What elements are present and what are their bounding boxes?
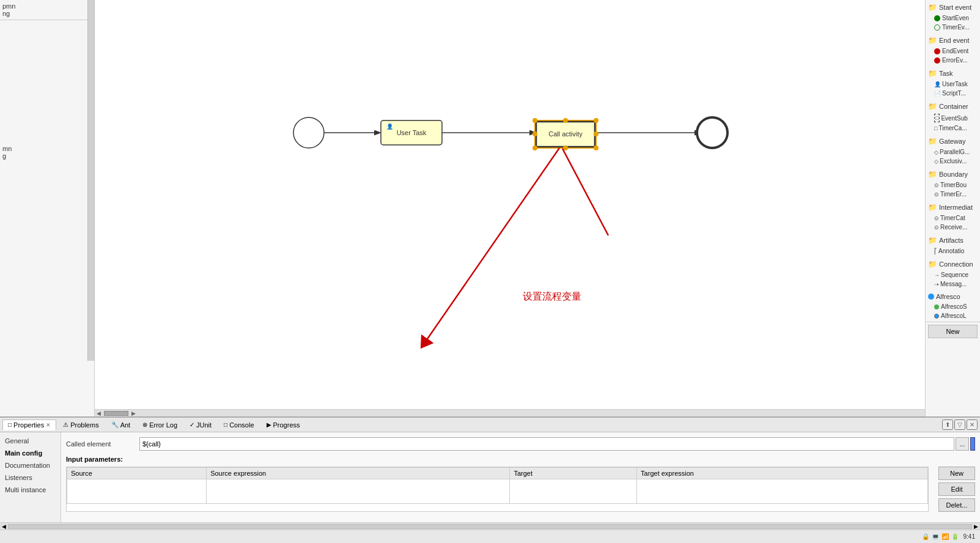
table-row-empty	[67, 479, 928, 504]
user-task-icon: 👤	[386, 123, 394, 130]
annotation-text: 设置流程变量	[523, 291, 581, 301]
palette-item-endevent[interactable]: EndEvent	[926, 46, 980, 56]
left-sidebar-sub2: g	[2, 152, 92, 160]
palette-section-header-container[interactable]: 📁 Container	[926, 100, 980, 113]
parallelg-icon: ◇	[934, 149, 938, 155]
prop-nav-general[interactable]: General	[0, 435, 61, 447]
prop-nav-multiinstance[interactable]: Multi instance	[0, 484, 61, 496]
palette-section-start-event: 📁 Start event StartEven TimerEv...	[926, 0, 980, 33]
palette-item-message[interactable]: ⇢ Messag...	[926, 279, 980, 289]
tab-junit[interactable]: ✓ JUnit	[184, 419, 217, 430]
palette-item-receivev[interactable]: ⊙ Receive...	[926, 223, 980, 232]
palette-item-sequence[interactable]: → Sequence	[926, 270, 980, 279]
palette-section-artifacts: 📁 Artifacts ⎡ Annotatio	[926, 233, 980, 257]
handle-mr	[594, 131, 599, 136]
usertask-icon: 👤	[934, 81, 941, 87]
end-event-shape[interactable]	[697, 117, 728, 148]
palette-item-timerevent[interactable]: TimerEv...	[926, 23, 980, 32]
palette-section-header-gateway[interactable]: 📁 Gateway	[926, 135, 980, 147]
start-event-shape[interactable]	[293, 117, 324, 148]
handle-ml	[532, 131, 537, 136]
progress-tab-label: Progress	[273, 421, 300, 429]
bottom-hscroll-left[interactable]: ◀	[0, 523, 8, 530]
palette-item-errorevent[interactable]: ErrorEv...	[926, 56, 980, 65]
palette-item-annotation-label: Annotatio	[938, 248, 964, 254]
hscroll-left-arrow[interactable]: ◀	[95, 410, 103, 416]
timerbou-icon: ⊙	[934, 182, 939, 188]
handle-bl	[532, 146, 537, 150]
tab-properties[interactable]: □ Properties ✕	[2, 419, 56, 430]
palette-section-header-task[interactable]: 📁 Task	[926, 67, 980, 79]
palette-item-annotation[interactable]: ⎡ Annotatio	[926, 246, 980, 256]
delete-param-button[interactable]: Delet...	[938, 498, 975, 512]
bottom-hscroll-right[interactable]: ▶	[972, 523, 980, 530]
palette-section-header-alfresco[interactable]: Alfresco	[926, 291, 980, 302]
status-icon-4: 🔋	[951, 533, 959, 540]
canvas-hscroll[interactable]: ◀ ▶	[95, 409, 925, 416]
palette-item-alfrescos[interactable]: AlfrescoS	[926, 302, 980, 311]
palette-section-header-end-event[interactable]: 📁 End event	[926, 34, 980, 46]
timercat-icon: ⊙	[934, 215, 939, 221]
palette-item-alfrescol[interactable]: AlfrescoL	[926, 311, 980, 320]
edit-param-button[interactable]: Edit	[938, 482, 975, 496]
prop-nav-documentation[interactable]: Documentation	[0, 459, 61, 471]
palette-item-errorbo[interactable]: ⊙ TimerEr...	[926, 190, 980, 199]
errorlog-tab-icon: ⊗	[142, 421, 147, 428]
tab-console[interactable]: □ Console	[218, 419, 259, 430]
new-button[interactable]: New	[928, 325, 978, 338]
palette-item-timerbou[interactable]: ⊙ TimerBou	[926, 180, 980, 190]
tab-errorlog[interactable]: ⊗ Error Log	[137, 419, 183, 430]
bpmn-canvas: 👤 User Task Call activity	[95, 0, 925, 409]
palette-section-intermediate: 📁 Intermediat ⊙ TimerCat ⊙ Receive...	[926, 200, 980, 233]
palette-item-usertask[interactable]: 👤 UserTask	[926, 79, 980, 89]
palette-item-exclusiveg[interactable]: ◇ Exclusiv...	[926, 157, 980, 166]
palette-section-label-gateway: Gateway	[939, 138, 965, 145]
hscroll-right-arrow[interactable]: ▶	[130, 410, 138, 416]
tab-action-maximize[interactable]: ⬆	[942, 419, 953, 430]
palette-section-boundary: 📁 Boundary ⊙ TimerBou ⊙ TimerEr...	[926, 167, 980, 200]
junit-tab-icon: ✓	[190, 421, 194, 428]
palette-item-endevent-label: EndEvent	[942, 48, 968, 54]
palette-item-eventsub[interactable]: □ EventSub	[926, 113, 980, 124]
tab-problems[interactable]: ⚠ Problems	[57, 419, 104, 430]
progress-tab-icon: ▶	[267, 421, 271, 428]
left-sidebar: pmn ng mn g	[0, 0, 95, 416]
tab-action-close[interactable]: ✕	[967, 419, 978, 430]
bottom-panel-hscroll[interactable]: ◀ ▶	[0, 522, 980, 530]
tab-action-minimize[interactable]: ▽	[954, 419, 965, 430]
prop-nav-listeners[interactable]: Listeners	[0, 471, 61, 484]
bottom-hscroll-track	[8, 524, 972, 529]
properties-tab-close[interactable]: ✕	[46, 422, 51, 428]
tab-ant[interactable]: 🔧 Ant	[106, 419, 136, 430]
palette-item-startevent[interactable]: StartEven	[926, 13, 980, 23]
palette-section-header-connection[interactable]: 📁 Connection	[926, 258, 980, 270]
palette-item-timerca[interactable]: □ TimerCa...	[926, 124, 980, 133]
new-param-button[interactable]: New	[938, 467, 975, 480]
folder-icon-task: 📁	[928, 69, 937, 78]
param-table: Source Source expression Target Target e…	[67, 467, 928, 504]
table-cell-empty	[67, 479, 207, 504]
receivev-icon: ⊙	[934, 224, 939, 231]
called-element-indicator	[970, 437, 975, 451]
palette-section-header-artifacts[interactable]: 📁 Artifacts	[926, 234, 980, 246]
palette-section-header-intermediate[interactable]: 📁 Intermediat	[926, 201, 980, 213]
bottom-panel: □ Properties ✕ ⚠ Problems 🔧 Ant ⊗ Error …	[0, 416, 980, 530]
console-tab-icon: □	[224, 421, 227, 428]
tab-progress[interactable]: ▶ Progress	[261, 419, 306, 430]
called-element-browse-button[interactable]: ...	[956, 437, 969, 451]
palette-section-header-start-event[interactable]: 📁 Start event	[926, 1, 980, 13]
palette-item-errorbo-label: TimerEr...	[940, 191, 967, 198]
palette-item-timerbou-label: TimerBou	[940, 182, 967, 188]
call-activity-label: Call activity	[548, 130, 583, 138]
palette-section-header-boundary[interactable]: 📁 Boundary	[926, 168, 980, 180]
palette-item-timercat[interactable]: ⊙ TimerCat	[926, 213, 980, 223]
palette-item-parallelg[interactable]: ◇ ParallelG...	[926, 147, 980, 157]
palette-item-scripttask[interactable]: 📄 ScriptT...	[926, 89, 980, 98]
left-panel-toggle[interactable]	[87, 0, 95, 361]
prop-nav-mainconfig[interactable]: Main config	[0, 447, 61, 459]
hscroll-thumb[interactable]	[104, 411, 128, 416]
eventsub-icon: □	[934, 114, 940, 122]
palette-item-timercat-label: TimerCat	[940, 215, 965, 221]
table-cell-empty3	[510, 479, 637, 504]
called-element-input[interactable]	[139, 437, 954, 451]
